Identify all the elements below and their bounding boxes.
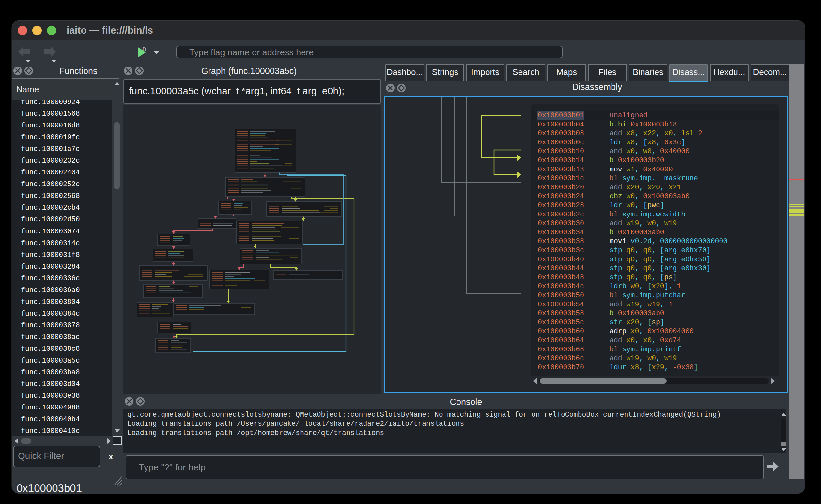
svg-text:D: D: [142, 46, 146, 52]
